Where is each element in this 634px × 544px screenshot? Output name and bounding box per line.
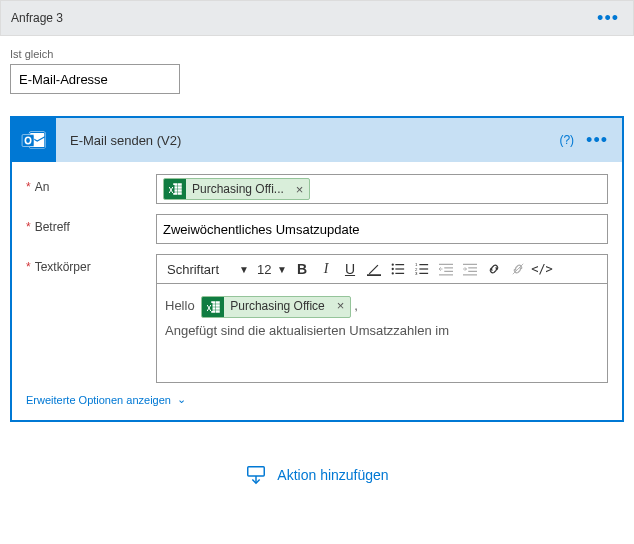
to-row: *An Purchasing Offi... × — [26, 174, 608, 204]
trigger-menu-icon[interactable]: ••• — [597, 8, 619, 29]
trigger-title: Anfrage 3 — [11, 11, 63, 25]
svg-rect-26 — [444, 271, 453, 272]
svg-rect-30 — [468, 271, 477, 272]
svg-rect-40 — [248, 467, 265, 476]
body-row: *Textkörper Schriftart▼ 12▼ B I U 123 — [26, 254, 608, 383]
font-size-select[interactable]: 12▼ — [255, 260, 289, 279]
svg-rect-13 — [395, 264, 404, 265]
svg-text:3: 3 — [415, 271, 418, 276]
svg-rect-24 — [439, 264, 453, 265]
to-input[interactable]: Purchasing Offi... × — [156, 174, 608, 204]
add-action-label: Aktion hinzufügen — [277, 467, 388, 483]
subject-row: *Betreff — [26, 214, 608, 244]
code-view-icon[interactable]: </> — [531, 258, 553, 280]
excel-icon — [164, 178, 186, 200]
svg-point-16 — [392, 272, 394, 274]
excel-icon — [202, 296, 224, 318]
indent-icon[interactable] — [459, 258, 481, 280]
svg-point-12 — [392, 263, 394, 265]
body-hello-text: Hello — [165, 298, 195, 313]
chip-label: Purchasing Office — [224, 296, 331, 318]
unlink-icon[interactable] — [507, 258, 529, 280]
svg-rect-17 — [395, 273, 404, 274]
svg-rect-25 — [444, 267, 453, 268]
font-color-icon[interactable] — [363, 258, 385, 280]
dynamic-content-chip: Purchasing Offi... × — [163, 178, 310, 200]
underline-icon[interactable]: U — [339, 258, 361, 280]
trigger-header: Anfrage 3 ••• — [0, 0, 634, 36]
subject-input[interactable] — [163, 222, 601, 237]
help-icon[interactable]: (?) — [559, 133, 574, 147]
dynamic-content-chip: Purchasing Office × — [201, 296, 351, 318]
svg-rect-23 — [419, 273, 428, 274]
body-editor[interactable]: Hello Purchasing Office × , Angefügt sin… — [156, 283, 608, 383]
body-label: *Textkörper — [26, 254, 156, 274]
svg-rect-29 — [468, 267, 477, 268]
send-email-card: E-Mail senden (V2) (?) ••• *An Purchasin… — [10, 116, 624, 422]
subject-label: *Betreff — [26, 214, 156, 234]
chevron-down-icon: ⌄ — [177, 393, 186, 406]
editor-toolbar: Schriftart▼ 12▼ B I U 123 </> — [156, 254, 608, 283]
card-header: E-Mail senden (V2) (?) ••• — [12, 118, 622, 162]
svg-rect-2 — [22, 135, 34, 147]
svg-rect-28 — [463, 264, 477, 265]
svg-rect-31 — [463, 274, 477, 275]
to-label: *An — [26, 174, 156, 194]
svg-rect-10 — [168, 185, 175, 193]
chip-remove-icon[interactable]: × — [331, 296, 351, 318]
outlook-icon — [12, 118, 56, 162]
show-advanced-link[interactable]: Erweiterte Optionen anzeigen ⌄ — [26, 393, 608, 406]
font-family-select[interactable]: Schriftart▼ — [163, 260, 253, 279]
card-title: E-Mail senden (V2) — [56, 133, 559, 148]
chip-label: Purchasing Offi... — [186, 182, 290, 196]
outdent-icon[interactable] — [435, 258, 457, 280]
svg-rect-15 — [395, 268, 404, 269]
condition-value-input[interactable] — [10, 64, 180, 94]
card-menu-icon[interactable]: ••• — [586, 130, 608, 151]
add-action-button[interactable]: Aktion hinzufügen — [0, 464, 634, 486]
chip-remove-icon[interactable]: × — [290, 182, 310, 197]
svg-point-14 — [392, 268, 394, 270]
svg-rect-19 — [419, 264, 428, 265]
body-line2: Angefügt sind die aktualisierten Umsatzz… — [165, 319, 599, 344]
bold-icon[interactable]: B — [291, 258, 313, 280]
svg-rect-11 — [367, 274, 381, 276]
svg-rect-27 — [439, 274, 453, 275]
condition-block: Ist gleich — [0, 36, 634, 94]
bullet-list-icon[interactable] — [387, 258, 409, 280]
svg-rect-21 — [419, 268, 428, 269]
link-icon[interactable] — [483, 258, 505, 280]
operator-label: Ist gleich — [10, 48, 624, 60]
add-action-icon — [245, 464, 267, 486]
italic-icon[interactable]: I — [315, 258, 337, 280]
svg-rect-39 — [206, 303, 213, 311]
card-body: *An Purchasing Offi... × *Betreff *Textk… — [12, 162, 622, 420]
subject-input-wrap — [156, 214, 608, 244]
numbered-list-icon[interactable]: 123 — [411, 258, 433, 280]
